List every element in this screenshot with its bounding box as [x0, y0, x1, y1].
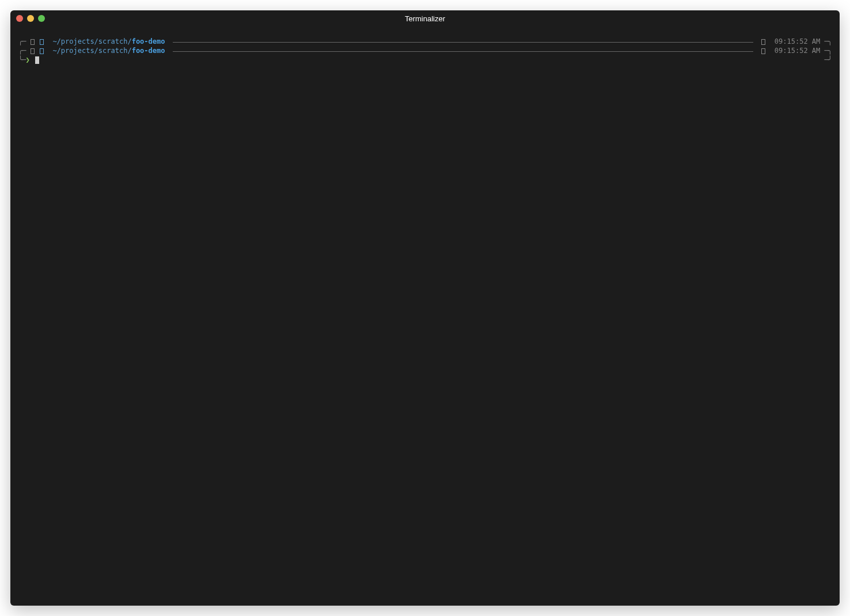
prompt-arrow-icon: ❯: [25, 55, 29, 64]
time-text: 09:15:52 AM: [775, 46, 820, 55]
window-title: Terminalizer: [405, 14, 445, 23]
clock-icon: [761, 39, 765, 45]
git-icon: [40, 39, 44, 45]
box-corner-bottom-left-icon: ╰─: [18, 55, 25, 64]
time-text: 09:15:52 AM: [775, 37, 820, 46]
box-corner-top-left-icon: ╭─: [18, 46, 25, 55]
path-prefix: ~/projects/scratch/: [52, 37, 131, 46]
git-icon: [40, 48, 44, 54]
cursor-icon: [35, 56, 39, 64]
traffic-lights: [16, 15, 45, 22]
folder-icon: [31, 39, 35, 45]
box-corner-top-right-icon: ─╮: [825, 37, 832, 46]
path-dir: foo-demo: [132, 37, 165, 46]
filler-line: [173, 51, 753, 52]
maximize-icon[interactable]: [38, 15, 45, 22]
box-corner-top-left-icon: ╭─: [18, 37, 25, 46]
box-corner-top-right-icon: ─╮: [825, 46, 832, 55]
titlebar: Terminalizer: [10, 10, 840, 26]
filler-line: [173, 42, 753, 43]
clock-icon: [761, 48, 765, 54]
close-icon[interactable]: [16, 15, 23, 22]
prompt-line: ╭─ ~/projects/scratch/foo-demo 09:15:52 …: [18, 46, 832, 55]
terminal-window: Terminalizer ╭─ ~/projects/scratch/foo-d…: [10, 10, 840, 606]
input-line[interactable]: ╰─ ❯ ─╯: [18, 55, 832, 64]
folder-icon: [31, 48, 35, 54]
path-prefix: ~/projects/scratch/: [52, 46, 131, 55]
prompt-line: ╭─ ~/projects/scratch/foo-demo 09:15:52 …: [18, 37, 832, 46]
minimize-icon[interactable]: [27, 15, 34, 22]
path-dir: foo-demo: [132, 46, 165, 55]
box-corner-bottom-right-icon: ─╯: [825, 55, 832, 64]
terminal-body[interactable]: ╭─ ~/projects/scratch/foo-demo 09:15:52 …: [10, 26, 840, 606]
